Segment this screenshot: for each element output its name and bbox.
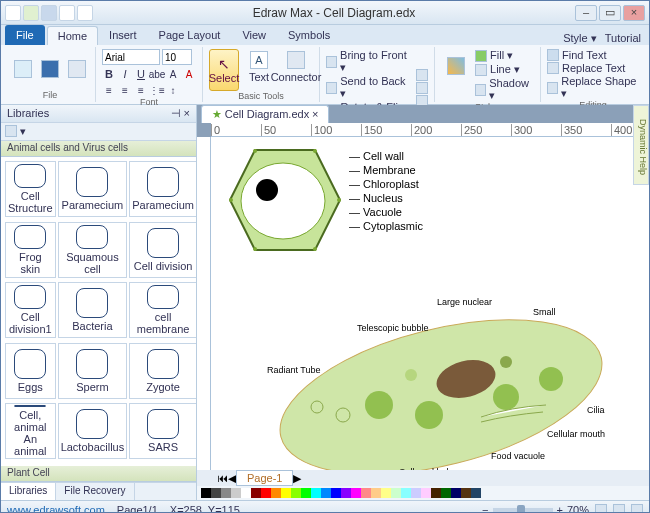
color-swatch[interactable] xyxy=(221,488,231,498)
color-swatch[interactable] xyxy=(441,488,451,498)
view-mode-3[interactable] xyxy=(631,504,643,514)
fill-button[interactable]: Fill ▾ xyxy=(475,49,534,62)
save-button[interactable] xyxy=(38,54,62,86)
shape-item[interactable]: Frog skin xyxy=(5,222,56,278)
color-swatch[interactable] xyxy=(451,488,461,498)
zoom-slider[interactable] xyxy=(493,508,553,512)
minimize-button[interactable]: – xyxy=(575,5,597,21)
color-swatch[interactable] xyxy=(421,488,431,498)
find-button[interactable]: Find Text xyxy=(547,49,639,61)
color-swatch[interactable] xyxy=(371,488,381,498)
view-mode-2[interactable] xyxy=(613,504,625,514)
shape-item[interactable]: Lactobacillus xyxy=(58,403,128,459)
tab-file[interactable]: File xyxy=(5,25,45,45)
color-swatch[interactable] xyxy=(281,488,291,498)
libraries-header[interactable]: Libraries⊣ × xyxy=(1,105,196,123)
color-swatch[interactable] xyxy=(241,488,251,498)
color-swatch[interactable] xyxy=(301,488,311,498)
color-swatch[interactable] xyxy=(401,488,411,498)
font-size-select[interactable] xyxy=(162,49,192,65)
underline-button[interactable]: U xyxy=(134,67,148,81)
print-button[interactable] xyxy=(65,54,89,86)
plant-cell-shape[interactable] xyxy=(225,145,345,255)
fontcolor-button[interactable]: A xyxy=(182,67,196,81)
color-swatch[interactable] xyxy=(311,488,321,498)
tab-view[interactable]: View xyxy=(231,25,277,45)
shape-item[interactable]: Cell, animal An animal xyxy=(5,403,56,459)
maximize-button[interactable]: ▭ xyxy=(599,5,621,21)
replace-shape-button[interactable]: Replace Shape ▾ xyxy=(547,75,639,100)
color-swatch[interactable] xyxy=(291,488,301,498)
theme-button[interactable] xyxy=(441,55,472,97)
tab-home[interactable]: Home xyxy=(47,26,98,45)
page-nav-first[interactable]: ⏮ xyxy=(217,472,228,484)
bullets-button[interactable]: ⋮≡ xyxy=(150,83,164,97)
dynamic-help-sash[interactable]: Dynamic Help xyxy=(633,105,649,185)
color-swatch[interactable] xyxy=(391,488,401,498)
website-link[interactable]: www.edrawsoft.com xyxy=(7,504,105,514)
new-button[interactable] xyxy=(11,54,35,86)
replace-button[interactable]: Replace Text xyxy=(547,62,639,74)
align-left-button[interactable]: ≡ xyxy=(102,83,116,97)
shape-item[interactable]: Bacteria xyxy=(58,282,128,338)
lib-tool-icon[interactable] xyxy=(5,125,17,137)
align-button[interactable] xyxy=(416,69,428,81)
page-nav-next[interactable]: ▶ xyxy=(293,472,301,485)
color-swatch[interactable] xyxy=(271,488,281,498)
footer-tab-libraries[interactable]: Libraries xyxy=(1,483,56,500)
color-swatch[interactable] xyxy=(211,488,221,498)
shape-item[interactable]: Cell division1 xyxy=(5,282,56,338)
color-swatch[interactable] xyxy=(231,488,241,498)
bold-button[interactable]: B xyxy=(102,67,116,81)
qat-new-icon[interactable] xyxy=(23,5,39,21)
color-swatch[interactable] xyxy=(331,488,341,498)
line-button[interactable]: Line ▾ xyxy=(475,63,534,76)
page-tab-1[interactable]: Page-1 xyxy=(236,470,293,486)
shape-item[interactable]: Squamous cell xyxy=(58,222,128,278)
group-button[interactable] xyxy=(416,82,428,94)
shape-item[interactable]: SARS xyxy=(129,403,196,459)
category-plant-cell[interactable]: Plant Cell xyxy=(1,466,196,482)
tab-insert[interactable]: Insert xyxy=(98,25,148,45)
bring-front-button[interactable]: Bring to Front ▾ xyxy=(326,49,409,74)
view-mode-1[interactable] xyxy=(595,504,607,514)
color-swatch[interactable] xyxy=(361,488,371,498)
select-tool[interactable]: ↖Select xyxy=(209,49,239,91)
color-swatch[interactable] xyxy=(351,488,361,498)
color-swatch[interactable] xyxy=(341,488,351,498)
qat-undo-icon[interactable] xyxy=(59,5,75,21)
connector-tool[interactable]: Connector xyxy=(279,49,313,91)
category-animal-cells[interactable]: Animal cells and Virus cells xyxy=(1,141,196,157)
shape-item[interactable]: Eggs xyxy=(5,343,56,399)
page-nav-prev[interactable]: ◀ xyxy=(228,472,236,485)
highlight-button[interactable]: A xyxy=(166,67,180,81)
style-menu[interactable]: Style ▾ xyxy=(563,32,597,45)
zoom-out-button[interactable]: − xyxy=(482,504,488,514)
italic-button[interactable]: I xyxy=(118,67,132,81)
tutorial-link[interactable]: Tutorial xyxy=(605,32,641,45)
send-back-button[interactable]: Send to Back ▾ xyxy=(326,75,409,100)
shape-item[interactable]: Cell division xyxy=(129,222,196,278)
color-swatch[interactable] xyxy=(381,488,391,498)
close-button[interactable]: × xyxy=(623,5,645,21)
color-swatch[interactable] xyxy=(471,488,481,498)
tab-symbols[interactable]: Symbols xyxy=(277,25,341,45)
shadow-button[interactable]: Shadow ▾ xyxy=(475,77,534,102)
spacing-button[interactable]: ↕ xyxy=(166,83,180,97)
color-swatch[interactable] xyxy=(431,488,441,498)
paramecium-shape[interactable]: Large nuclear Small Telescopic bubble Ra… xyxy=(251,287,631,470)
app-icon[interactable] xyxy=(5,5,21,21)
close-doc-icon[interactable]: × xyxy=(312,108,318,120)
shape-item[interactable]: Cell Structure xyxy=(5,161,56,217)
text-tool[interactable]: AText xyxy=(242,49,276,91)
zoom-in-button[interactable]: + xyxy=(557,504,563,514)
qat-redo-icon[interactable] xyxy=(77,5,93,21)
qat-save-icon[interactable] xyxy=(41,5,57,21)
shape-item[interactable]: cell membrane xyxy=(129,282,196,338)
color-swatch[interactable] xyxy=(251,488,261,498)
shape-item[interactable]: Sperm xyxy=(58,343,128,399)
color-swatch[interactable] xyxy=(461,488,471,498)
pin-icon[interactable]: ⊣ × xyxy=(171,107,190,120)
color-swatch[interactable] xyxy=(201,488,211,498)
color-swatch[interactable] xyxy=(261,488,271,498)
